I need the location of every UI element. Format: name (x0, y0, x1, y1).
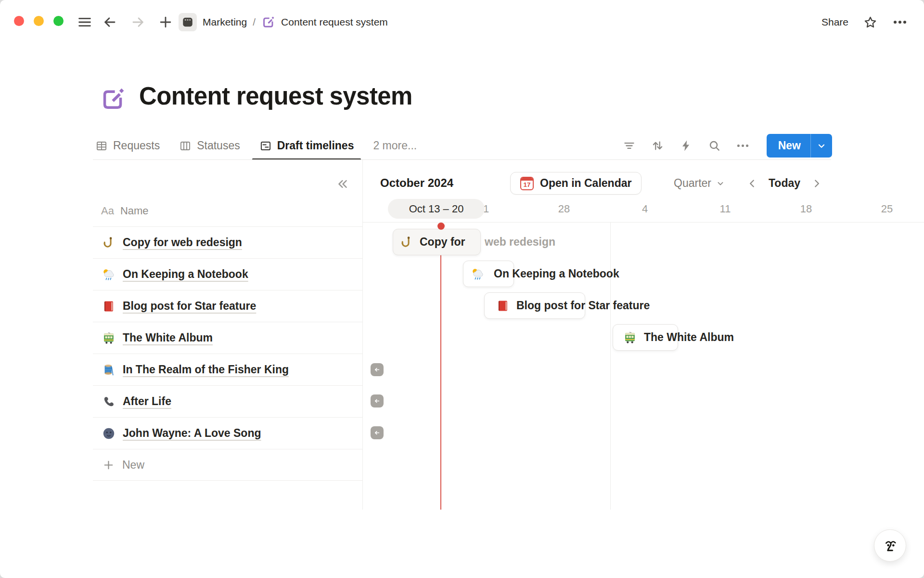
breadcrumb-separator: / (253, 16, 256, 28)
tram-icon (623, 331, 637, 344)
back-button[interactable] (100, 13, 119, 32)
row-name-link[interactable]: The White Album (123, 331, 213, 344)
selected-week-range-pill[interactable]: Oct 13 – 20 (388, 199, 485, 219)
tab-label: Statuses (197, 139, 240, 152)
sidebar-menu-button[interactable] (75, 13, 94, 32)
arrow-left-icon (373, 366, 381, 374)
timeline-view-icon (259, 140, 272, 152)
hook-icon (102, 236, 116, 250)
row-name-link[interactable]: On Keeping a Notebook (123, 268, 248, 281)
breadcrumb-workspace-button[interactable] (179, 13, 197, 31)
search-button[interactable] (706, 137, 723, 155)
sort-icon (651, 139, 665, 153)
notion-face-icon (881, 536, 900, 555)
table-row[interactable]: Blog post for Star feature (93, 290, 362, 322)
page-icon-button[interactable] (100, 86, 126, 113)
window-controls (14, 16, 64, 26)
view-options-button[interactable] (734, 137, 752, 155)
calendar-icon: 17 (520, 177, 534, 190)
compose-page-icon (100, 86, 126, 113)
row-name-link[interactable]: In The Realm of the Fisher King (123, 363, 289, 376)
column-type-badge: Aa (101, 205, 114, 217)
timeline-bar-overflow-label: Blog post for Star feature (516, 292, 650, 319)
timeline-bar[interactable]: Copy for (393, 229, 481, 255)
double-chevron-left-icon (335, 177, 350, 191)
hook-icon (400, 236, 413, 249)
open-in-calendar-label: Open in Calendar (540, 177, 631, 190)
more-tabs-button[interactable]: 2 more... (372, 139, 418, 152)
tab-statuses[interactable]: Statuses (178, 131, 241, 160)
add-row-button[interactable]: New (93, 449, 362, 481)
new-record-label[interactable]: New (767, 134, 810, 158)
table-view-icon (95, 140, 108, 152)
sun-rain-cloud-icon (471, 267, 485, 281)
breadcrumb-workspace-label[interactable]: Marketing (203, 16, 247, 28)
topbar-actions: Share (821, 12, 908, 33)
new-record-dropdown[interactable] (811, 134, 832, 158)
more-options-icon[interactable] (892, 14, 908, 30)
sort-button[interactable] (649, 137, 667, 155)
search-icon (707, 139, 721, 153)
timeline-month-label[interactable]: October 2024 (380, 176, 453, 190)
board-view-icon (179, 140, 192, 152)
zoom-window-button[interactable] (53, 16, 64, 26)
breadcrumb: Marketing / Content request system (179, 12, 388, 33)
table-row[interactable]: John Wayne: A Love Song (93, 417, 362, 449)
table-row[interactable]: In The Realm of the Fisher King (93, 354, 362, 385)
app-window: Marketing / Content request system Share… (0, 0, 924, 578)
scroll-to-item-button[interactable] (371, 426, 384, 439)
row-name-link[interactable]: After Life (123, 395, 171, 408)
chevron-right-icon[interactable] (810, 177, 823, 190)
scroll-to-item-button[interactable] (371, 363, 384, 376)
favorite-star-icon[interactable] (863, 15, 878, 30)
filter-button[interactable] (621, 137, 638, 155)
tab-requests[interactable]: Requests (94, 131, 161, 160)
table-header[interactable]: Aa Name (93, 197, 362, 225)
add-row-label: New (122, 459, 144, 472)
forward-button[interactable] (128, 13, 148, 32)
column-name-header[interactable]: Name (120, 205, 149, 217)
calendar-icon-day: 17 (521, 181, 533, 189)
today-button[interactable]: Today (769, 177, 800, 190)
open-in-calendar-button[interactable]: 17 Open in Calendar (510, 172, 642, 195)
date-row-divider (363, 222, 924, 223)
table-row[interactable]: Copy for web redesign (93, 226, 362, 258)
compose-page-icon (261, 15, 275, 29)
collapse-sidebar-button[interactable] (334, 175, 351, 193)
tab-draft-timelines[interactable]: Draft timelines (258, 131, 355, 160)
today-marker-line (440, 226, 441, 510)
filter-icon (622, 139, 636, 153)
table-row[interactable]: After Life (93, 385, 362, 417)
ai-assistant-button[interactable] (874, 529, 906, 562)
week-tick-label: 28 (545, 203, 583, 215)
table-row[interactable]: On Keeping a Notebook (93, 258, 362, 290)
plus-icon (158, 14, 173, 30)
row-name-link[interactable]: John Wayne: A Love Song (123, 427, 261, 440)
timeline-scale-selector[interactable]: Quarter (674, 172, 725, 195)
row-name-link[interactable]: Copy for web redesign (123, 236, 242, 249)
chevron-down-icon (816, 141, 827, 151)
new-record-button[interactable]: New (767, 134, 832, 158)
close-window-button[interactable] (14, 16, 24, 26)
timeline-bar-overflow-label: The White Album (644, 324, 734, 351)
week-tick-label: 18 (787, 203, 825, 215)
breadcrumb-page-label[interactable]: Content request system (281, 16, 388, 28)
more-options-icon (736, 139, 750, 153)
plus-icon (103, 459, 115, 471)
chevron-left-icon[interactable] (746, 177, 758, 190)
tab-label: Requests (113, 139, 160, 152)
automations-button[interactable] (678, 137, 695, 155)
new-page-button[interactable] (156, 13, 175, 32)
week-tick-label: 11 (706, 203, 744, 215)
scroll-to-item-button[interactable] (371, 394, 384, 407)
chevron-down-icon (716, 179, 725, 188)
timeline-scale-value: Quarter (674, 177, 711, 190)
timeline-navigation: Today (746, 172, 823, 195)
tram-icon (102, 331, 116, 345)
share-button[interactable]: Share (821, 16, 848, 28)
row-name-link[interactable]: Blog post for Star feature (123, 300, 256, 313)
minimize-window-button[interactable] (34, 16, 44, 26)
table-row[interactable]: The White Album (93, 322, 362, 354)
timeline-bar-overflow-label: On Keeping a Notebook (494, 261, 619, 287)
arrow-left-icon (373, 397, 381, 405)
